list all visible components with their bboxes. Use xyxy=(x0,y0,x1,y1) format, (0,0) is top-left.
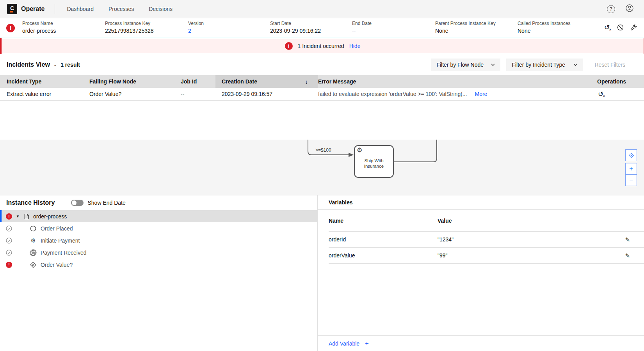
incident-table-row[interactable]: Extract value error Order Value? -- 2023… xyxy=(0,88,644,101)
task-name-line2: Insurance xyxy=(364,164,384,168)
show-end-date-toggle[interactable] xyxy=(71,200,84,206)
bottom-panels: Instance History Show End Date ! ▾ order… xyxy=(0,195,644,351)
field-start-date: Start Date 2023-09-29 09:16:22 xyxy=(270,21,321,34)
error-message-more-link[interactable]: More xyxy=(475,91,487,97)
col-creation-date-label: Creation Date xyxy=(222,78,257,85)
show-end-date-label: Show End Date xyxy=(87,200,125,206)
incident-glyph: ! xyxy=(8,214,10,219)
instance-history-titlebar: Instance History Show End Date xyxy=(0,195,317,210)
service-task-gear-icon: ⚙ xyxy=(30,238,37,243)
field-label: Process Name xyxy=(22,21,56,26)
nav-tab-processes[interactable]: Processes xyxy=(109,6,134,12)
diagram-reset-view-button[interactable] xyxy=(625,149,637,161)
add-variable-plus-icon[interactable]: + xyxy=(365,340,368,347)
variables-value-header: Value xyxy=(438,218,452,224)
field-value: 2251799813725328 xyxy=(105,28,154,34)
cell-job-id: -- xyxy=(181,91,215,97)
variable-name: orderId xyxy=(329,236,438,243)
filter-label: Filter by Flow Node xyxy=(436,62,484,68)
variable-row-orderValue[interactable]: orderValue "99" ✎ xyxy=(329,248,644,264)
edit-variable-icon[interactable]: ✎ xyxy=(625,237,630,243)
tree-row-order-placed[interactable]: Order Placed xyxy=(0,222,317,234)
incident-glyph: ! xyxy=(10,25,12,31)
collapse-caret-icon[interactable]: ▾ xyxy=(16,214,20,219)
top-nav: C Operate Dashboard Processes Decisions … xyxy=(0,0,644,18)
service-task-gear-icon: ⚙ xyxy=(357,147,362,153)
toggle-knob xyxy=(72,200,76,205)
error-message-text: failed to evaluate expression 'orderValu… xyxy=(318,91,467,97)
tree-row-initiate-payment[interactable]: ⚙ Initiate Payment xyxy=(0,234,317,246)
instance-header: ! Process Name order-process Process Ins… xyxy=(0,18,644,38)
variables-panel: Variables Name Value orderId "1234" ✎ or… xyxy=(317,195,644,351)
completed-state-icon xyxy=(6,225,12,232)
retry-operation-icon[interactable]: ↺× xyxy=(603,24,610,31)
nav-tab-decisions[interactable]: Decisions xyxy=(149,6,173,12)
nav-tabs: Dashboard Processes Decisions xyxy=(67,6,173,12)
col-operations: Operations xyxy=(566,78,644,85)
col-error-message: Error Message xyxy=(318,78,566,85)
variable-value: "99" xyxy=(438,252,448,259)
chevron-down-icon xyxy=(573,64,577,66)
retry-x-glyph: × xyxy=(603,95,605,98)
modify-operation-icon[interactable] xyxy=(630,24,637,31)
field-version: Version 2 xyxy=(188,21,204,34)
help-glyph: ? xyxy=(610,6,612,12)
user-icon[interactable] xyxy=(625,4,634,14)
col-creation-date-sorted[interactable]: Creation Date ↓ xyxy=(215,75,318,88)
help-icon[interactable]: ? xyxy=(607,5,615,13)
edit-variable-icon[interactable]: ✎ xyxy=(625,253,630,259)
bpmn-diagram-panel[interactable]: >=$100 ⚙ Ship With Insurance + − xyxy=(0,140,644,195)
banner-hide-link[interactable]: Hide xyxy=(349,43,361,49)
sequence-flow-outgoing xyxy=(393,140,437,162)
cell-operations: ↺× xyxy=(566,90,644,98)
incidents-title: Incidents View xyxy=(7,61,50,68)
incident-state-icon: ! xyxy=(6,262,12,268)
process-document-icon xyxy=(23,213,30,220)
field-label: Parent Process Instance Key xyxy=(435,21,496,26)
retry-incident-icon[interactable]: ↺× xyxy=(597,90,604,98)
diagram-controls: + − xyxy=(625,149,637,186)
instance-history-panel: Instance History Show End Date ! ▾ order… xyxy=(0,195,317,351)
completed-state-icon xyxy=(6,238,12,244)
retry-x-glyph: × xyxy=(609,28,611,32)
incident-glyph: ! xyxy=(288,43,289,49)
version-link[interactable]: 2 xyxy=(188,28,204,34)
nav-right-icons: ? xyxy=(607,4,634,14)
filter-by-incident-type-dropdown[interactable]: Filter by Incident Type xyxy=(506,58,583,71)
cell-creation-date: 2023-09-29 09:16:57 xyxy=(215,91,318,97)
tree-label: Initiate Payment xyxy=(41,238,80,244)
tree-row-order-process[interactable]: ! ▾ order-process xyxy=(0,210,317,222)
incident-banner: ! 1 Incident occurred Hide xyxy=(0,38,644,54)
exclusive-gateway-icon xyxy=(30,262,37,268)
tree-label: order-process xyxy=(33,213,67,220)
incidents-panel: Incidents View - 1 result Filter by Flow… xyxy=(0,54,644,140)
field-value: -- xyxy=(352,28,372,34)
task-name-line1: Ship With xyxy=(364,158,383,163)
incidents-result-count: 1 result xyxy=(60,62,80,68)
field-end-date: End Date -- xyxy=(352,21,372,34)
field-value: None xyxy=(435,28,496,34)
incident-state-icon: ! xyxy=(6,213,12,220)
tree-label: Order Placed xyxy=(41,225,73,232)
filter-by-flow-node-dropdown[interactable]: Filter by Flow Node xyxy=(431,58,500,71)
state-icon-wrap: ! xyxy=(6,262,12,268)
diagram-zoom-out-button[interactable]: − xyxy=(625,174,637,186)
tree-row-payment-received[interactable]: Payment Received xyxy=(0,246,317,259)
completed-state-icon xyxy=(6,250,12,256)
selected-row-indicator xyxy=(0,210,2,222)
message-catch-event-icon xyxy=(30,249,37,256)
reset-filters-button[interactable]: Reset Filters xyxy=(594,62,625,68)
add-variable-button[interactable]: Add Variable xyxy=(329,340,359,347)
variable-row-orderId[interactable]: orderId "1234" ✎ xyxy=(329,232,644,248)
banner-incident-icon: ! xyxy=(285,42,293,50)
diagram-zoom-in-button[interactable]: + xyxy=(625,163,637,175)
col-job-id: Job Id xyxy=(181,78,215,85)
nav-tab-dashboard[interactable]: Dashboard xyxy=(67,6,94,12)
camunda-logo[interactable]: C xyxy=(7,4,17,14)
field-label: End Date xyxy=(352,21,372,26)
tree-label: Order Value? xyxy=(41,262,73,268)
tree-row-order-value[interactable]: ! Order Value? xyxy=(0,259,317,271)
state-icon-wrap: ! xyxy=(6,213,12,220)
cancel-operation-icon[interactable] xyxy=(617,24,624,31)
incidents-filters: Filter by Flow Node Filter by Incident T… xyxy=(431,58,644,71)
